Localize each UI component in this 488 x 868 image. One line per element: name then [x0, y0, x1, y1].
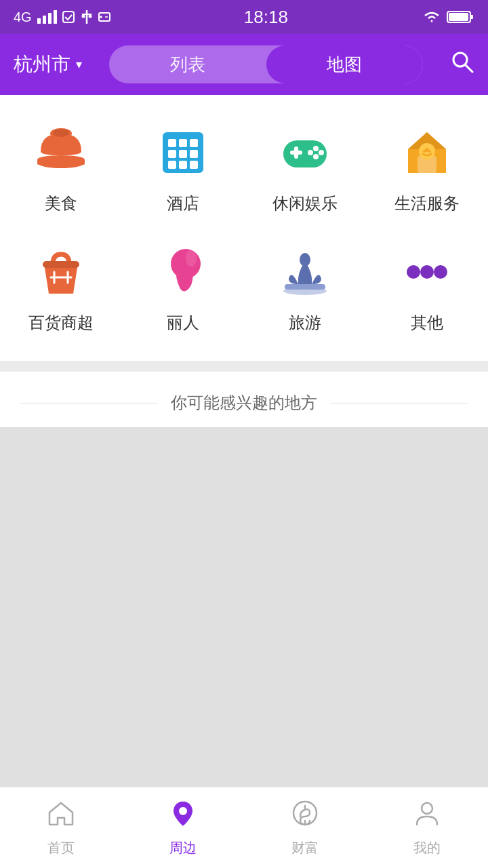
wifi-icon	[422, 10, 442, 24]
tab-map[interactable]: 地图	[266, 45, 424, 83]
beauty-label: 丽人	[167, 312, 199, 334]
tab-list[interactable]: 列表	[109, 45, 266, 83]
nearby-nav-label: 周边	[169, 839, 197, 857]
signal-text: 4G	[14, 9, 32, 25]
svg-rect-2	[48, 13, 52, 24]
signal-bars-icon	[37, 10, 56, 24]
svg-point-57	[179, 807, 187, 815]
svg-point-50	[186, 250, 197, 267]
map-area[interactable]	[0, 427, 488, 821]
svg-rect-28	[179, 150, 187, 158]
svg-rect-25	[179, 139, 187, 147]
shopping-label: 百货商超	[28, 312, 94, 334]
svg-point-43	[423, 150, 426, 153]
svg-point-38	[308, 150, 313, 155]
category-grid: 美食 酒店	[0, 108, 488, 347]
svg-rect-3	[54, 10, 57, 24]
city-name: 杭州市	[14, 52, 70, 77]
category-shopping[interactable]: 百货商超	[0, 228, 122, 347]
svg-rect-1	[43, 16, 46, 24]
svg-rect-26	[190, 139, 198, 147]
city-selector[interactable]: 杭州市 ▾	[14, 52, 82, 77]
svg-rect-52	[285, 284, 325, 290]
extra-icon	[98, 10, 110, 24]
svg-point-44	[428, 150, 431, 153]
home-nav-icon	[47, 799, 75, 833]
header: 杭州市 ▾ 列表 地图	[0, 34, 488, 95]
svg-point-7	[81, 15, 85, 18]
category-section: 美食 酒店	[0, 95, 488, 361]
beauty-icon	[152, 241, 214, 302]
svg-point-61	[422, 803, 432, 814]
interests-header: 你可能感兴趣的地方	[0, 385, 488, 427]
category-beauty[interactable]: 丽人	[122, 228, 244, 347]
svg-line-17	[466, 65, 472, 72]
status-bar: 4G 18:18	[0, 0, 488, 34]
hotel-label: 酒店	[167, 193, 199, 214]
category-life[interactable]: 生活服务	[366, 108, 488, 228]
travel-icon	[274, 241, 336, 302]
check-icon	[62, 10, 75, 24]
status-right	[422, 10, 474, 24]
nav-mine[interactable]: 我的	[366, 792, 488, 864]
category-travel[interactable]: 旅游	[244, 228, 366, 347]
svg-rect-27	[168, 150, 176, 158]
svg-point-8	[88, 15, 92, 18]
svg-point-36	[313, 146, 319, 151]
svg-rect-32	[190, 161, 198, 169]
usb-icon	[81, 10, 93, 24]
svg-point-53	[300, 253, 310, 267]
svg-point-22	[53, 129, 69, 137]
view-tab-switcher: 列表 地图	[109, 45, 423, 83]
hotel-icon	[152, 122, 214, 183]
food-label: 美食	[45, 193, 77, 214]
leisure-label: 休闲娱乐	[272, 193, 338, 214]
svg-rect-15	[449, 13, 468, 21]
nav-wealth[interactable]: 财富	[244, 792, 366, 864]
search-button[interactable]	[450, 50, 474, 79]
home-nav-label: 首页	[47, 839, 75, 857]
category-hotel[interactable]: 酒店	[122, 108, 244, 228]
svg-rect-14	[470, 15, 473, 19]
divider-line-right	[331, 403, 468, 403]
svg-rect-4	[63, 12, 74, 22]
battery-icon	[447, 10, 474, 24]
life-label: 生活服务	[394, 193, 460, 214]
svg-rect-31	[179, 161, 187, 169]
svg-point-39	[313, 154, 319, 159]
section-divider	[0, 361, 488, 372]
bag-icon	[30, 241, 92, 302]
svg-point-54	[407, 265, 420, 279]
food-icon	[30, 122, 92, 183]
svg-point-37	[319, 150, 324, 155]
travel-label: 旅游	[289, 312, 321, 334]
wealth-nav-icon	[291, 799, 319, 833]
house-icon	[396, 122, 458, 183]
svg-point-55	[420, 265, 434, 279]
bottom-nav: 首页 周边 财富 我的	[0, 787, 488, 868]
nav-nearby[interactable]: 周边	[122, 792, 244, 864]
chevron-down-icon: ▾	[76, 57, 82, 72]
svg-rect-30	[168, 161, 176, 169]
interests-section: 你可能感兴趣的地方	[0, 372, 488, 821]
other-label: 其他	[411, 312, 443, 334]
svg-rect-24	[168, 139, 176, 147]
svg-point-56	[434, 265, 447, 279]
svg-rect-35	[294, 146, 298, 159]
game-icon	[274, 122, 336, 183]
nav-home[interactable]: 首页	[0, 792, 122, 864]
divider-line-left	[20, 403, 157, 403]
category-leisure[interactable]: 休闲娱乐	[244, 108, 366, 228]
svg-rect-45	[43, 261, 79, 268]
user-nav-icon	[413, 799, 441, 833]
mine-nav-label: 我的	[413, 839, 441, 857]
svg-point-20	[37, 155, 85, 163]
svg-rect-0	[37, 18, 41, 24]
wealth-nav-label: 财富	[291, 839, 319, 857]
interests-title: 你可能感兴趣的地方	[171, 392, 317, 414]
category-other[interactable]: 其他	[366, 228, 488, 347]
svg-rect-29	[190, 150, 198, 158]
status-time: 18:18	[244, 7, 288, 28]
category-food[interactable]: 美食	[0, 108, 122, 228]
location-nav-icon	[169, 799, 197, 833]
